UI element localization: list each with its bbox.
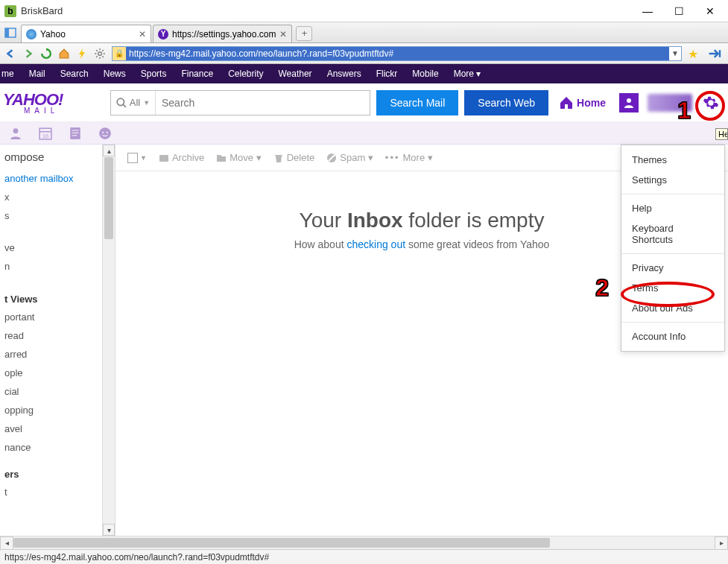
tab-close-icon[interactable]: ✕ bbox=[139, 29, 146, 39]
add-mailbox-link[interactable]: another mailbox bbox=[0, 169, 102, 188]
sidebar-item[interactable]: t bbox=[0, 483, 102, 501]
minimize-button[interactable]: — bbox=[639, 3, 656, 19]
nav-item[interactable]: Mobile bbox=[412, 69, 438, 79]
home-link[interactable]: Home bbox=[559, 95, 606, 110]
tab-yahoo[interactable]: Yahoo ✕ bbox=[21, 25, 151, 42]
back-button[interactable] bbox=[4, 48, 16, 60]
scroll-right-icon[interactable]: ▸ bbox=[715, 536, 728, 550]
forward-button[interactable] bbox=[22, 48, 34, 60]
logo-subtext: MAIL bbox=[24, 107, 104, 115]
url-input[interactable] bbox=[126, 47, 669, 60]
move-button[interactable]: Move ▾ bbox=[216, 152, 261, 163]
new-tab-button[interactable]: + bbox=[296, 26, 312, 41]
select-all-checkbox[interactable]: ▼ bbox=[127, 153, 147, 163]
browser-tabstrip: Yahoo ✕ Y https://settings.yahoo.com ✕ + bbox=[0, 22, 728, 43]
nav-item[interactable]: Answers bbox=[327, 69, 361, 79]
status-text: https://es-mg42.mail.yahoo.com/neo/launc… bbox=[4, 552, 269, 563]
svg-rect-25 bbox=[159, 155, 168, 162]
nav-item[interactable]: Celebrity bbox=[228, 69, 263, 79]
sidebar-item[interactable]: s bbox=[0, 206, 102, 225]
menu-settings[interactable]: Settings bbox=[621, 170, 724, 190]
sidebar-item[interactable]: ve bbox=[0, 238, 102, 257]
settings-gear-button[interactable] bbox=[698, 90, 724, 115]
bookmark-star-icon[interactable]: ★ bbox=[688, 47, 701, 60]
address-bar[interactable]: 🔒 ▼ bbox=[112, 46, 682, 61]
sidebar-item[interactable]: avel bbox=[0, 419, 102, 438]
nav-item[interactable]: Mail bbox=[29, 69, 45, 79]
svg-rect-21 bbox=[72, 135, 77, 136]
search-scope-label: All bbox=[130, 97, 140, 108]
settings-gear-icon[interactable] bbox=[94, 48, 106, 60]
menu-help[interactable]: Help bbox=[621, 198, 724, 218]
nav-item[interactable]: Flickr bbox=[376, 69, 398, 79]
scroll-left-icon[interactable]: ◂ bbox=[0, 536, 13, 550]
svg-text:16: 16 bbox=[42, 132, 49, 139]
messenger-icon[interactable] bbox=[98, 127, 112, 140]
menu-privacy[interactable]: Privacy bbox=[621, 258, 724, 278]
svg-rect-19 bbox=[72, 130, 79, 130]
sidebar-item[interactable]: n bbox=[0, 257, 102, 276]
sidebar-item[interactable]: nance bbox=[0, 438, 102, 457]
profile-avatar[interactable] bbox=[619, 93, 639, 113]
search-mail-button[interactable]: Search Mail bbox=[376, 90, 458, 115]
horizontal-scrollbar[interactable]: ◂ ▸ bbox=[0, 536, 728, 549]
scroll-up-icon[interactable]: ▴ bbox=[103, 145, 115, 156]
sidebar-item[interactable]: cial bbox=[0, 382, 102, 401]
spam-button[interactable]: Spam ▾ bbox=[326, 152, 373, 163]
mail-main-pane: ▼ Archive Move ▾ Delete Spam ▾ •••More ▾… bbox=[115, 145, 728, 536]
home-icon bbox=[559, 95, 574, 110]
scroll-thumb[interactable] bbox=[104, 157, 113, 239]
notepad-icon[interactable] bbox=[69, 127, 82, 140]
address-dropdown-icon[interactable]: ▼ bbox=[669, 49, 681, 57]
yahoo-mail-logo[interactable]: YAHOO! MAIL bbox=[0, 90, 104, 115]
delete-button[interactable]: Delete bbox=[273, 152, 315, 163]
search-web-button[interactable]: Search Web bbox=[464, 90, 548, 115]
search-input[interactable] bbox=[156, 91, 370, 115]
nav-item[interactable]: Finance bbox=[181, 69, 213, 79]
sidebar-item[interactable] bbox=[0, 276, 102, 289]
go-button[interactable] bbox=[707, 47, 724, 60]
sidebar-item[interactable]: ople bbox=[0, 364, 102, 382]
sidebar-item[interactable]: x bbox=[0, 188, 102, 206]
compose-button[interactable]: ompose bbox=[0, 145, 102, 169]
app-icon: b bbox=[4, 5, 16, 17]
svg-line-12 bbox=[123, 104, 126, 107]
sidebar-item[interactable]: portant bbox=[0, 308, 102, 326]
menu-about-ads[interactable]: About our Ads bbox=[621, 298, 724, 318]
sidebar-scrollbar[interactable]: ▴ ▾ bbox=[102, 145, 115, 536]
menu-account-info[interactable]: Account Info bbox=[621, 326, 724, 346]
nav-item-more[interactable]: More ▾ bbox=[454, 69, 481, 79]
menu-keyboard-shortcuts[interactable]: Keyboard Shortcuts bbox=[621, 218, 724, 250]
tab-close-icon[interactable]: ✕ bbox=[279, 29, 287, 39]
nav-item[interactable]: News bbox=[104, 69, 126, 79]
search-scope-selector[interactable]: All ▼ bbox=[111, 91, 156, 115]
archive-button[interactable]: Archive bbox=[159, 152, 204, 163]
sidebar-item[interactable]: read bbox=[0, 326, 102, 345]
calendar-icon[interactable]: 16 bbox=[39, 127, 52, 140]
home-button[interactable] bbox=[58, 48, 70, 60]
menu-themes[interactable]: Themes bbox=[621, 150, 724, 170]
scroll-down-icon[interactable]: ▾ bbox=[103, 524, 115, 536]
scroll-track[interactable] bbox=[13, 536, 715, 549]
scroll-thumb[interactable] bbox=[13, 538, 550, 548]
nav-item[interactable]: me bbox=[1, 69, 14, 79]
sidebar-item[interactable]: opping bbox=[0, 401, 102, 419]
bolt-icon[interactable] bbox=[76, 48, 88, 60]
nav-item[interactable]: Weather bbox=[278, 69, 311, 79]
menu-terms[interactable]: Terms bbox=[621, 278, 724, 298]
reload-button[interactable] bbox=[40, 48, 52, 60]
maximize-button[interactable]: ☐ bbox=[670, 3, 688, 19]
svg-point-11 bbox=[117, 98, 124, 105]
checking-out-link[interactable]: checking out bbox=[346, 238, 405, 250]
close-button[interactable]: ✕ bbox=[701, 3, 719, 19]
nav-item[interactable]: Search bbox=[60, 69, 89, 79]
nav-item[interactable]: Sports bbox=[141, 69, 167, 79]
gear-icon bbox=[703, 95, 719, 111]
panel-toggle-icon[interactable] bbox=[3, 25, 18, 40]
more-button[interactable]: •••More ▾ bbox=[385, 152, 433, 163]
sidebar-item[interactable] bbox=[0, 225, 102, 238]
lock-icon: 🔒 bbox=[113, 47, 126, 60]
sidebar-item[interactable]: arred bbox=[0, 345, 102, 364]
contacts-icon[interactable] bbox=[9, 127, 22, 140]
tab-settings-yahoo[interactable]: Y https://settings.yahoo.com ✕ bbox=[153, 25, 292, 42]
